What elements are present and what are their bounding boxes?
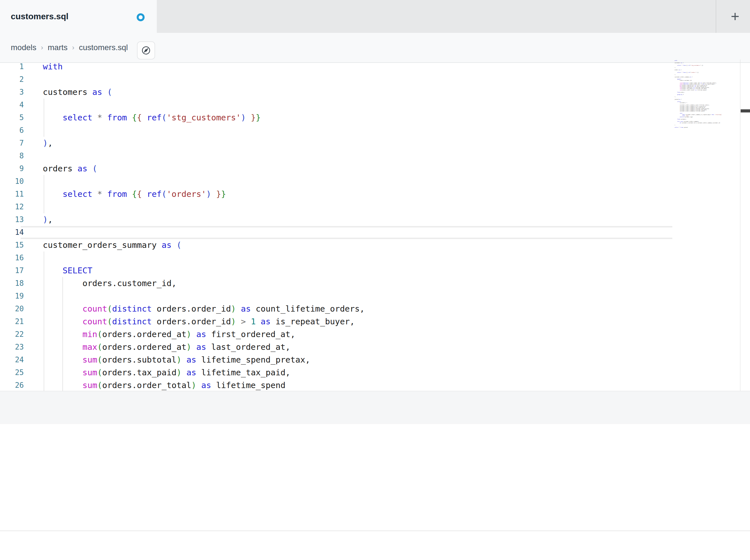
code-line-13[interactable]: 13), — [0, 213, 740, 226]
breadcrumb-bar: models › marts › customers.sql — [0, 33, 750, 63]
line-number: 6 — [0, 124, 24, 137]
code-line-23[interactable]: 23 max(orders.ordered_at) as last_ordere… — [0, 341, 740, 353]
line-number: 14 — [0, 226, 24, 239]
unsaved-changes-dot-icon — [137, 13, 145, 21]
code-line-text: sum(orders.tax_paid) as lifetime_tax_pai… — [43, 366, 290, 379]
editor-scrollbar-track — [740, 60, 741, 391]
code-line-20[interactable]: 20 count(distinct orders.order_id) as co… — [0, 303, 740, 315]
breadcrumb-item-file: customers.sql — [79, 43, 128, 52]
tab-bar: customers.sql + — [0, 0, 750, 33]
code-line-text: ), — [43, 137, 53, 149]
file-tab-customers-sql[interactable]: customers.sql — [0, 0, 157, 33]
code-line-text: count(distinct orders.order_id) as count… — [43, 303, 364, 315]
tab-bar-divider — [716, 0, 716, 33]
code-line-21[interactable]: 21 count(distinct orders.order_id) > 1 a… — [0, 315, 740, 328]
code-line-5[interactable]: 5 select * from {{ ref('stg_customers') … — [0, 111, 740, 124]
code-line-16[interactable]: 16 — [0, 251, 740, 264]
line-number: 24 — [0, 353, 24, 366]
code-line-17[interactable]: 17 SELECT — [0, 264, 740, 277]
code-line-text: count(distinct orders.order_id) > 1 as i… — [43, 315, 355, 328]
line-number: 2 — [0, 73, 24, 86]
code-line-18[interactable]: 18 orders.customer_id, — [0, 277, 740, 290]
code-line-text: select * from {{ ref('stg_customers') }} — [43, 111, 261, 124]
code-line-10[interactable]: 10 — [0, 175, 740, 188]
compass-icon — [141, 46, 151, 55]
line-number: 19 — [0, 290, 24, 303]
line-number: 11 — [0, 188, 24, 201]
line-number: 9 — [0, 162, 24, 175]
line-number: 10 — [0, 175, 24, 188]
code-line-11[interactable]: 11 select * from {{ ref('orders') }} — [0, 188, 740, 201]
code-line-12[interactable]: 12 — [0, 201, 740, 213]
code-line-14[interactable]: 14 — [0, 226, 740, 239]
code-line-text: with — [43, 63, 63, 73]
code-line-text: ), — [43, 213, 53, 226]
code-line-3[interactable]: 3customers as ( — [0, 86, 740, 99]
dbt-ide-window: customers.sql + models › marts › custome… — [0, 0, 750, 560]
line-number: 5 — [0, 111, 24, 124]
line-number: 22 — [0, 328, 24, 341]
new-tab-button[interactable]: + — [720, 0, 750, 33]
line-number: 15 — [0, 239, 24, 251]
code-line-text: max(orders.ordered_at) as last_ordered_a… — [43, 341, 290, 353]
code-line-6[interactable]: 6 — [0, 124, 740, 137]
code-line-text: customers as ( — [43, 86, 112, 99]
file-tab-title: customers.sql — [11, 0, 68, 33]
code-quality-panel: </> There is nothing here Press the Lint… — [0, 424, 750, 530]
line-number: 25 — [0, 366, 24, 379]
breadcrumb: models › marts › customers.sql — [11, 33, 128, 62]
editor-scrollbar-thumb[interactable] — [741, 109, 750, 112]
code-line-text: orders.customer_id, — [43, 277, 176, 290]
code-line-7[interactable]: 7), — [0, 137, 740, 149]
code-line-text: customer_orders_summary as ( — [43, 239, 181, 251]
line-number: 4 — [0, 99, 24, 111]
status-bar: I Defer to staging/production ? Ready ●●… — [0, 531, 750, 560]
line-number: 26 — [0, 379, 24, 391]
editor-toolbar: Preview </> Compile Build — [0, 391, 750, 424]
line-number: 16 — [0, 251, 24, 264]
code-line-text: select * from {{ ref('orders') }} — [43, 188, 226, 201]
line-number: 7 — [0, 137, 24, 149]
line-number: 21 — [0, 315, 24, 328]
code-line-25[interactable]: 25 sum(orders.tax_paid) as lifetime_tax_… — [0, 366, 740, 379]
code-line-text: min(orders.ordered_at) as first_ordered_… — [43, 328, 295, 341]
code-line-text: SELECT — [43, 264, 93, 277]
code-line-26[interactable]: 26 sum(orders.order_total) as lifetime_s… — [0, 379, 740, 391]
code-line-2[interactable]: 2 — [0, 73, 740, 86]
code-line-text: sum(orders.order_total) as lifetime_spen… — [43, 379, 285, 391]
code-line-1[interactable]: 1with — [0, 63, 740, 73]
line-number: 18 — [0, 277, 24, 290]
line-number: 17 — [0, 264, 24, 277]
code-line-8[interactable]: 8 — [0, 149, 740, 162]
code-line-4[interactable]: 4 — [0, 99, 740, 111]
code-line-text: orders as ( — [43, 162, 97, 175]
breadcrumb-separator-icon: › — [41, 44, 43, 51]
code-line-24[interactable]: 24 sum(orders.subtotal) as lifetime_spen… — [0, 353, 740, 366]
minimap-line: select * from joined — [675, 127, 739, 128]
line-number: 3 — [0, 86, 24, 99]
code-line-15[interactable]: 15customer_orders_summary as ( — [0, 239, 740, 251]
editor-minimap[interactable]: withcustomers as ( select * from {{ ref(… — [675, 60, 739, 389]
code-line-text: sum(orders.subtotal) as lifetime_spend_p… — [43, 353, 310, 366]
breadcrumb-item-models: models — [11, 43, 36, 52]
code-line-19[interactable]: 19 — [0, 290, 740, 303]
line-number: 12 — [0, 201, 24, 213]
breadcrumb-separator-icon: › — [72, 44, 74, 51]
explore-lineage-button[interactable] — [137, 41, 155, 60]
code-line-22[interactable]: 22 min(orders.ordered_at) as first_order… — [0, 328, 740, 341]
line-number: 1 — [0, 63, 24, 73]
line-number: 8 — [0, 149, 24, 162]
code-editor[interactable]: 1with23customers as (45 select * from {{… — [0, 63, 750, 391]
line-number: 23 — [0, 341, 24, 353]
code-line-9[interactable]: 9orders as ( — [0, 162, 740, 175]
line-number: 20 — [0, 303, 24, 315]
line-number: 13 — [0, 213, 24, 226]
breadcrumb-item-marts: marts — [47, 43, 67, 52]
